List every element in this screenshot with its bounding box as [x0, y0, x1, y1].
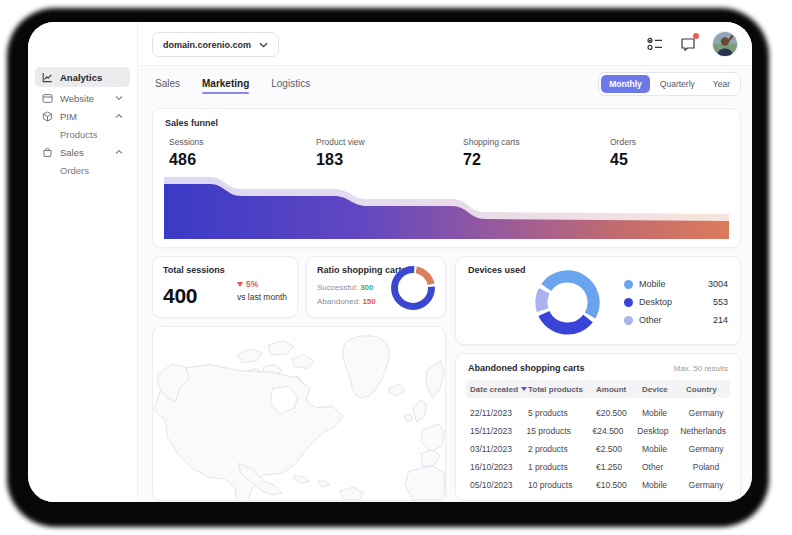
sidebar-label: PIM — [60, 111, 77, 122]
browser-icon — [42, 93, 53, 104]
sidebar-item-analytics[interactable]: Analytics — [35, 67, 130, 87]
cell-products: 10 products — [528, 480, 596, 490]
topbar: domain.corenio.com — [138, 22, 752, 66]
table-row[interactable]: 05/10/2023 10 products €10.500 Mobile Ge… — [466, 476, 730, 494]
cell-products: 2 products — [528, 444, 596, 454]
tab-marketing[interactable]: Marketing — [202, 78, 249, 94]
legend-item-other: Other 214 — [624, 311, 728, 329]
cell-date: 05/10/2023 — [470, 480, 528, 490]
sidebar-item-sales[interactable]: Sales — [35, 142, 130, 162]
legend-value: 214 — [713, 315, 728, 325]
period-monthly[interactable]: Monthly — [601, 75, 650, 93]
column-total-products[interactable]: Total products — [528, 385, 596, 394]
stage-value: 486 — [169, 151, 316, 169]
tab-sales[interactable]: Sales — [155, 78, 180, 94]
stage-label: Product view — [316, 137, 463, 147]
cell-amount: €24.500 — [593, 426, 638, 436]
sidebar-item-products[interactable]: Products — [35, 124, 130, 144]
cell-country: Germany — [686, 408, 726, 418]
successful-value: 300 — [360, 283, 373, 292]
column-label: Date created — [470, 385, 518, 394]
sidebar-item-orders[interactable]: Orders — [35, 160, 130, 180]
card-title: Total sessions — [163, 265, 225, 275]
funnel-stats: Sessions 486 Product view 183 Shopping c… — [169, 137, 752, 169]
period-switcher: Monthly Quarterly Year — [598, 72, 741, 96]
cell-amount: €2.500 — [596, 444, 642, 454]
notification-dot — [693, 33, 699, 39]
chat-icon[interactable] — [679, 35, 697, 53]
delta-value: 5% — [246, 279, 258, 289]
cell-device: Mobile — [642, 444, 686, 454]
column-device[interactable]: Device — [642, 385, 686, 394]
table-row[interactable]: 03/11/2023 2 products €2.500 Mobile Germ… — [466, 440, 730, 458]
abandoned-label: Abandoned: — [317, 297, 360, 306]
legend-item-mobile: Mobile 3004 — [624, 275, 728, 293]
table-row[interactable]: 22/11/2023 5 products €20.500 Mobile Ger… — [466, 404, 730, 422]
chevron-down-icon — [259, 40, 268, 50]
stage-label: Sessions — [169, 137, 316, 147]
table-header: Date created Total products Amount Devic… — [466, 380, 730, 398]
sidebar-label: Website — [60, 93, 94, 104]
delta-note: vs last month — [237, 292, 287, 302]
chevron-up-icon — [115, 113, 123, 119]
sidebar-label: Orders — [60, 165, 89, 176]
sidebar-item-website[interactable]: Website — [35, 88, 130, 108]
table-row[interactable]: 16/10/2023 1 products €1.250 Other Polan… — [466, 458, 730, 476]
tab-bar: Sales Marketing Logistics — [155, 78, 310, 94]
period-quarterly[interactable]: Quarterly — [652, 75, 703, 93]
world-map-card — [152, 326, 446, 501]
funnel-stage-shopping-carts: Shopping carts 72 — [463, 137, 610, 169]
tasks-icon[interactable] — [646, 35, 664, 53]
trend-down-icon — [237, 282, 243, 287]
sidebar-item-pim[interactable]: PIM — [35, 106, 130, 126]
delta-badge: 5% — [237, 279, 287, 289]
total-sessions-card: Total sessions 400 5% vs last month — [152, 256, 298, 318]
sidebar-label: Analytics — [60, 72, 102, 83]
period-year[interactable]: Year — [705, 75, 738, 93]
devices-legend: Mobile 3004 Desktop 553 Other 214 — [624, 275, 728, 329]
successful-line: Successful: 300 — [317, 283, 374, 292]
sidebar: Analytics Website PIM Products — [28, 22, 138, 502]
world-map — [153, 327, 445, 500]
domain-selector[interactable]: domain.corenio.com — [152, 32, 279, 57]
column-date-created[interactable]: Date created — [470, 385, 528, 394]
main-content: Sales Marketing Logistics Monthly Quarte… — [138, 66, 752, 502]
cell-amount: €20.500 — [596, 408, 642, 418]
column-country[interactable]: Country — [686, 385, 726, 394]
legend-label: Mobile — [639, 279, 666, 289]
card-title: Devices used — [468, 265, 526, 275]
shopping-bag-icon — [42, 147, 53, 158]
app-window: Analytics Website PIM Products — [28, 22, 752, 502]
cell-date: 03/11/2023 — [470, 444, 528, 454]
sales-funnel-card: Sales funnel Sessions 486 Product view 1… — [152, 108, 741, 248]
stage-label: Shopping carts — [463, 137, 610, 147]
cell-device: Mobile — [642, 408, 686, 418]
tab-logistics[interactable]: Logistics — [271, 78, 310, 94]
desktop-dot-icon — [624, 298, 633, 307]
table-row[interactable]: 15/11/2023 15 products €24.500 Desktop N… — [466, 422, 730, 440]
cube-icon — [42, 111, 53, 122]
cell-amount: €10.500 — [596, 480, 642, 490]
cell-date: 15/11/2023 — [470, 426, 526, 436]
domain-label: domain.corenio.com — [163, 40, 251, 50]
stage-value: 45 — [610, 151, 752, 169]
cell-country: Poland — [686, 462, 726, 472]
legend-value: 553 — [713, 297, 728, 307]
funnel-stage-orders: Orders 45 — [610, 137, 752, 169]
column-amount[interactable]: Amount — [596, 385, 642, 394]
cell-country: Germany — [686, 444, 726, 454]
ratio-carts-card: Ratio shopping carts Successful: 300 Aba… — [306, 256, 446, 318]
funnel-stage-sessions: Sessions 486 — [169, 137, 316, 169]
max-results-note: Max. 50 results — [674, 364, 728, 373]
sidebar-label: Sales — [60, 147, 84, 158]
legend-item-desktop: Desktop 553 — [624, 293, 728, 311]
sort-desc-icon — [521, 387, 527, 391]
cell-device: Mobile — [642, 480, 686, 490]
devices-used-card: Devices used Mobile 3004 Desktop 553 — [455, 256, 741, 345]
cell-products: 1 products — [528, 462, 596, 472]
funnel-area-chart — [164, 173, 729, 239]
legend-label: Other — [639, 315, 662, 325]
stage-value: 72 — [463, 151, 610, 169]
other-dot-icon — [624, 316, 633, 325]
avatar[interactable] — [712, 31, 738, 57]
